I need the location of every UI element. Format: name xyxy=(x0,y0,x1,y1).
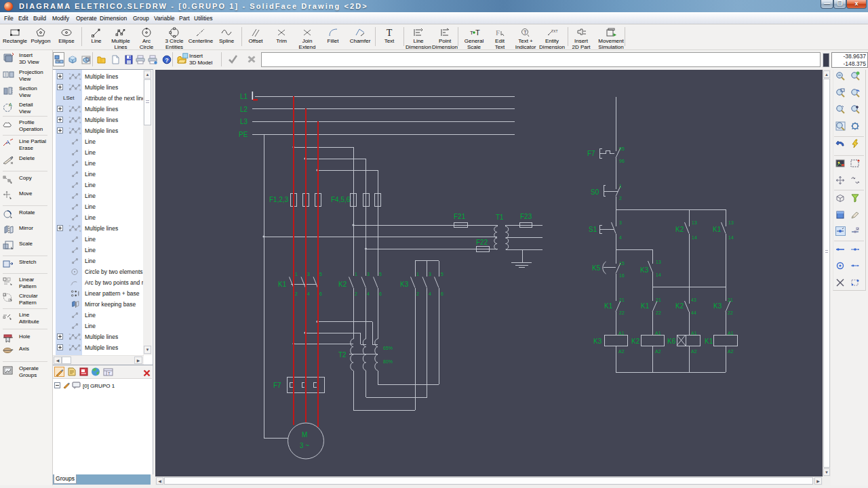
svg-text:14: 14 xyxy=(656,272,661,277)
svg-text:K3: K3 xyxy=(593,338,602,345)
svg-text:A2: A2 xyxy=(655,349,661,354)
svg-text:A1: A1 xyxy=(691,331,697,336)
svg-text:4: 4 xyxy=(367,291,370,296)
svg-text:1: 1 xyxy=(295,272,298,277)
svg-text:80%: 80% xyxy=(383,359,393,364)
svg-text:3: 3 xyxy=(367,272,370,277)
svg-text:65%: 65% xyxy=(383,346,393,350)
svg-text:1: 1 xyxy=(416,272,419,277)
svg-text:K3: K3 xyxy=(713,302,722,310)
svg-text:A1: A1 xyxy=(618,331,625,336)
svg-text:15: 15 xyxy=(619,261,625,266)
svg-text:S0: S0 xyxy=(591,188,599,196)
svg-text:F1,2,3: F1,2,3 xyxy=(269,196,289,203)
svg-text:6: 6 xyxy=(379,291,382,296)
svg-text:2: 2 xyxy=(619,196,622,201)
svg-text:PE: PE xyxy=(239,131,248,138)
svg-text:K2: K2 xyxy=(675,226,684,233)
svg-text:1: 1 xyxy=(619,184,622,188)
svg-text:5: 5 xyxy=(319,272,322,277)
svg-text:b: b xyxy=(80,121,81,124)
svg-text:21: 21 xyxy=(728,298,733,302)
svg-text:2: 2 xyxy=(295,291,298,296)
svg-text:3 ~: 3 ~ xyxy=(300,442,309,449)
svg-text:K1: K1 xyxy=(705,338,713,345)
svg-text:L2: L2 xyxy=(240,106,248,113)
svg-text:b: b xyxy=(80,349,81,352)
svg-text:21: 21 xyxy=(656,298,661,302)
svg-text:M: M xyxy=(302,431,307,439)
svg-text:b: b xyxy=(80,78,81,81)
svg-text:a: a xyxy=(69,106,71,108)
svg-text:K6: K6 xyxy=(667,338,676,345)
svg-text:a: a xyxy=(69,84,71,87)
svg-text:96: 96 xyxy=(619,159,625,163)
svg-text:3: 3 xyxy=(429,272,431,277)
svg-text:3: 3 xyxy=(307,272,310,277)
svg-text:F7: F7 xyxy=(273,382,281,389)
svg-text:K1: K1 xyxy=(604,302,613,310)
svg-text:T: T xyxy=(108,371,111,375)
svg-text:?: ? xyxy=(165,57,169,64)
svg-text:b: b xyxy=(80,338,81,341)
svg-text:b: b xyxy=(80,110,81,113)
svg-text:A: A xyxy=(9,102,12,107)
svg-text:4: 4 xyxy=(619,235,622,240)
svg-text:22: 22 xyxy=(656,310,661,315)
svg-text:K2: K2 xyxy=(675,302,684,310)
svg-text:14: 14 xyxy=(692,235,697,240)
svg-text:F7: F7 xyxy=(587,150,595,157)
svg-text:T1: T1 xyxy=(496,214,504,221)
svg-text:22: 22 xyxy=(728,310,733,315)
svg-text:5: 5 xyxy=(441,272,443,277)
svg-text:5: 5 xyxy=(379,272,382,277)
svg-text:22: 22 xyxy=(619,310,625,315)
svg-text:T: T xyxy=(387,28,393,38)
svg-text:2: 2 xyxy=(355,291,357,296)
svg-text:S1: S1 xyxy=(589,226,597,233)
svg-text:K1: K1 xyxy=(641,302,650,310)
svg-text:b: b xyxy=(80,89,81,92)
svg-text:14: 14 xyxy=(728,235,734,240)
svg-text:1: 1 xyxy=(355,272,357,277)
svg-text:A1: A1 xyxy=(655,331,661,336)
svg-text:L3: L3 xyxy=(240,118,248,125)
svg-text:F21: F21 xyxy=(454,213,466,220)
svg-text:F22: F22 xyxy=(476,239,488,246)
svg-text:4: 4 xyxy=(429,291,431,296)
svg-text:T: T xyxy=(475,28,480,37)
svg-text:6: 6 xyxy=(441,291,443,296)
svg-text:A2: A2 xyxy=(618,349,625,354)
svg-text:a: a xyxy=(69,117,71,119)
svg-text:T: T xyxy=(470,30,473,36)
svg-text:K5: K5 xyxy=(592,264,601,272)
svg-text:K1: K1 xyxy=(713,226,722,233)
svg-text:T: T xyxy=(524,29,527,35)
svg-text:a: a xyxy=(69,344,71,347)
svg-text:b: b xyxy=(80,230,81,232)
svg-text:a: a xyxy=(69,73,71,76)
svg-text:A2: A2 xyxy=(728,349,734,354)
svg-text:L1: L1 xyxy=(240,93,248,100)
svg-text:A1: A1 xyxy=(728,331,734,336)
svg-text:F: F xyxy=(496,28,500,37)
svg-text:K3: K3 xyxy=(400,281,409,288)
svg-text:K1: K1 xyxy=(278,281,287,288)
svg-text:b: b xyxy=(80,132,81,135)
svg-text:a: a xyxy=(69,333,71,336)
svg-text:13: 13 xyxy=(728,220,734,225)
svg-text:95: 95 xyxy=(619,146,625,151)
svg-text:A2: A2 xyxy=(691,349,697,354)
svg-text:K2: K2 xyxy=(338,281,347,288)
svg-text:K2: K2 xyxy=(631,338,640,345)
svg-text:4: 4 xyxy=(307,291,310,296)
svg-text:TXT: TXT xyxy=(551,29,557,33)
svg-text:16: 16 xyxy=(619,273,625,278)
svg-text:F4,5,6: F4,5,6 xyxy=(331,196,351,203)
svg-text:21: 21 xyxy=(619,298,625,302)
svg-text:a: a xyxy=(69,127,71,130)
svg-text:6: 6 xyxy=(319,291,322,296)
svg-text:F23: F23 xyxy=(520,213,532,220)
svg-text:43: 43 xyxy=(691,298,696,302)
svg-text:K3: K3 xyxy=(640,266,649,274)
